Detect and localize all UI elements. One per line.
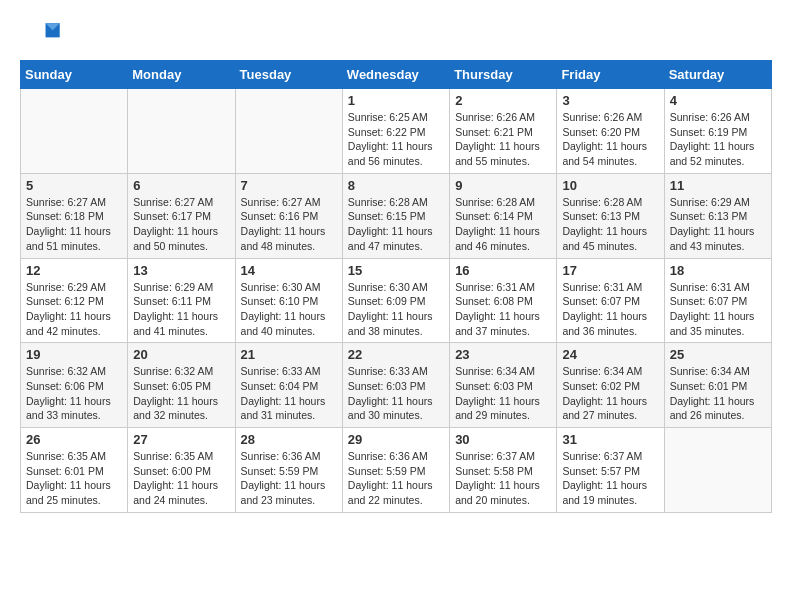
- weekday-header: Thursday: [450, 61, 557, 89]
- day-number: 27: [133, 432, 229, 447]
- day-number: 15: [348, 263, 444, 278]
- calendar-cell: 10Sunrise: 6:28 AM Sunset: 6:13 PM Dayli…: [557, 173, 664, 258]
- day-number: 30: [455, 432, 551, 447]
- day-info: Sunrise: 6:29 AM Sunset: 6:13 PM Dayligh…: [670, 195, 766, 254]
- calendar-week-row: 5Sunrise: 6:27 AM Sunset: 6:18 PM Daylig…: [21, 173, 772, 258]
- day-number: 20: [133, 347, 229, 362]
- day-info: Sunrise: 6:27 AM Sunset: 6:16 PM Dayligh…: [241, 195, 337, 254]
- day-number: 1: [348, 93, 444, 108]
- calendar-cell: 26Sunrise: 6:35 AM Sunset: 6:01 PM Dayli…: [21, 428, 128, 513]
- day-number: 2: [455, 93, 551, 108]
- calendar-cell: 24Sunrise: 6:34 AM Sunset: 6:02 PM Dayli…: [557, 343, 664, 428]
- day-info: Sunrise: 6:28 AM Sunset: 6:14 PM Dayligh…: [455, 195, 551, 254]
- day-number: 17: [562, 263, 658, 278]
- day-number: 25: [670, 347, 766, 362]
- day-number: 22: [348, 347, 444, 362]
- day-number: 3: [562, 93, 658, 108]
- calendar-cell: 17Sunrise: 6:31 AM Sunset: 6:07 PM Dayli…: [557, 258, 664, 343]
- day-info: Sunrise: 6:36 AM Sunset: 5:59 PM Dayligh…: [241, 449, 337, 508]
- calendar-cell: [235, 89, 342, 174]
- calendar-week-row: 12Sunrise: 6:29 AM Sunset: 6:12 PM Dayli…: [21, 258, 772, 343]
- day-info: Sunrise: 6:27 AM Sunset: 6:18 PM Dayligh…: [26, 195, 122, 254]
- calendar-cell: 12Sunrise: 6:29 AM Sunset: 6:12 PM Dayli…: [21, 258, 128, 343]
- calendar-cell: 2Sunrise: 6:26 AM Sunset: 6:21 PM Daylig…: [450, 89, 557, 174]
- day-number: 8: [348, 178, 444, 193]
- day-info: Sunrise: 6:25 AM Sunset: 6:22 PM Dayligh…: [348, 110, 444, 169]
- logo: [20, 20, 64, 50]
- logo-icon: [20, 20, 60, 50]
- calendar-cell: 4Sunrise: 6:26 AM Sunset: 6:19 PM Daylig…: [664, 89, 771, 174]
- day-info: Sunrise: 6:26 AM Sunset: 6:21 PM Dayligh…: [455, 110, 551, 169]
- day-info: Sunrise: 6:36 AM Sunset: 5:59 PM Dayligh…: [348, 449, 444, 508]
- calendar-cell: 29Sunrise: 6:36 AM Sunset: 5:59 PM Dayli…: [342, 428, 449, 513]
- calendar-cell: 3Sunrise: 6:26 AM Sunset: 6:20 PM Daylig…: [557, 89, 664, 174]
- day-info: Sunrise: 6:31 AM Sunset: 6:07 PM Dayligh…: [670, 280, 766, 339]
- day-number: 14: [241, 263, 337, 278]
- calendar-cell: 6Sunrise: 6:27 AM Sunset: 6:17 PM Daylig…: [128, 173, 235, 258]
- day-info: Sunrise: 6:29 AM Sunset: 6:12 PM Dayligh…: [26, 280, 122, 339]
- day-number: 16: [455, 263, 551, 278]
- page-header: [20, 20, 772, 50]
- day-info: Sunrise: 6:37 AM Sunset: 5:58 PM Dayligh…: [455, 449, 551, 508]
- day-number: 11: [670, 178, 766, 193]
- calendar-cell: 1Sunrise: 6:25 AM Sunset: 6:22 PM Daylig…: [342, 89, 449, 174]
- day-info: Sunrise: 6:34 AM Sunset: 6:01 PM Dayligh…: [670, 364, 766, 423]
- calendar-cell: 16Sunrise: 6:31 AM Sunset: 6:08 PM Dayli…: [450, 258, 557, 343]
- day-info: Sunrise: 6:29 AM Sunset: 6:11 PM Dayligh…: [133, 280, 229, 339]
- calendar-cell: 23Sunrise: 6:34 AM Sunset: 6:03 PM Dayli…: [450, 343, 557, 428]
- weekday-header: Sunday: [21, 61, 128, 89]
- day-info: Sunrise: 6:28 AM Sunset: 6:15 PM Dayligh…: [348, 195, 444, 254]
- calendar-cell: 14Sunrise: 6:30 AM Sunset: 6:10 PM Dayli…: [235, 258, 342, 343]
- weekday-header: Saturday: [664, 61, 771, 89]
- calendar-cell: 30Sunrise: 6:37 AM Sunset: 5:58 PM Dayli…: [450, 428, 557, 513]
- day-number: 24: [562, 347, 658, 362]
- calendar-cell: 25Sunrise: 6:34 AM Sunset: 6:01 PM Dayli…: [664, 343, 771, 428]
- day-number: 19: [26, 347, 122, 362]
- calendar-cell: [21, 89, 128, 174]
- day-info: Sunrise: 6:37 AM Sunset: 5:57 PM Dayligh…: [562, 449, 658, 508]
- calendar-cell: 27Sunrise: 6:35 AM Sunset: 6:00 PM Dayli…: [128, 428, 235, 513]
- day-info: Sunrise: 6:32 AM Sunset: 6:06 PM Dayligh…: [26, 364, 122, 423]
- day-number: 13: [133, 263, 229, 278]
- weekday-header: Tuesday: [235, 61, 342, 89]
- day-number: 9: [455, 178, 551, 193]
- calendar-cell: 8Sunrise: 6:28 AM Sunset: 6:15 PM Daylig…: [342, 173, 449, 258]
- calendar-cell: 21Sunrise: 6:33 AM Sunset: 6:04 PM Dayli…: [235, 343, 342, 428]
- calendar-cell: 31Sunrise: 6:37 AM Sunset: 5:57 PM Dayli…: [557, 428, 664, 513]
- day-number: 31: [562, 432, 658, 447]
- calendar-cell: 15Sunrise: 6:30 AM Sunset: 6:09 PM Dayli…: [342, 258, 449, 343]
- calendar-cell: 28Sunrise: 6:36 AM Sunset: 5:59 PM Dayli…: [235, 428, 342, 513]
- calendar-cell: 20Sunrise: 6:32 AM Sunset: 6:05 PM Dayli…: [128, 343, 235, 428]
- calendar-cell: 7Sunrise: 6:27 AM Sunset: 6:16 PM Daylig…: [235, 173, 342, 258]
- day-number: 7: [241, 178, 337, 193]
- day-number: 4: [670, 93, 766, 108]
- day-info: Sunrise: 6:31 AM Sunset: 6:08 PM Dayligh…: [455, 280, 551, 339]
- calendar-cell: 9Sunrise: 6:28 AM Sunset: 6:14 PM Daylig…: [450, 173, 557, 258]
- day-info: Sunrise: 6:26 AM Sunset: 6:19 PM Dayligh…: [670, 110, 766, 169]
- day-number: 23: [455, 347, 551, 362]
- calendar-cell: 19Sunrise: 6:32 AM Sunset: 6:06 PM Dayli…: [21, 343, 128, 428]
- day-info: Sunrise: 6:32 AM Sunset: 6:05 PM Dayligh…: [133, 364, 229, 423]
- calendar-cell: 18Sunrise: 6:31 AM Sunset: 6:07 PM Dayli…: [664, 258, 771, 343]
- weekday-header: Wednesday: [342, 61, 449, 89]
- weekday-header: Monday: [128, 61, 235, 89]
- calendar-cell: 5Sunrise: 6:27 AM Sunset: 6:18 PM Daylig…: [21, 173, 128, 258]
- day-info: Sunrise: 6:30 AM Sunset: 6:10 PM Dayligh…: [241, 280, 337, 339]
- day-info: Sunrise: 6:30 AM Sunset: 6:09 PM Dayligh…: [348, 280, 444, 339]
- day-info: Sunrise: 6:26 AM Sunset: 6:20 PM Dayligh…: [562, 110, 658, 169]
- calendar-cell: 11Sunrise: 6:29 AM Sunset: 6:13 PM Dayli…: [664, 173, 771, 258]
- calendar-cell: 13Sunrise: 6:29 AM Sunset: 6:11 PM Dayli…: [128, 258, 235, 343]
- day-number: 28: [241, 432, 337, 447]
- day-number: 21: [241, 347, 337, 362]
- calendar-week-row: 1Sunrise: 6:25 AM Sunset: 6:22 PM Daylig…: [21, 89, 772, 174]
- day-info: Sunrise: 6:34 AM Sunset: 6:02 PM Dayligh…: [562, 364, 658, 423]
- calendar-week-row: 26Sunrise: 6:35 AM Sunset: 6:01 PM Dayli…: [21, 428, 772, 513]
- calendar-table: SundayMondayTuesdayWednesdayThursdayFrid…: [20, 60, 772, 513]
- calendar-cell: [664, 428, 771, 513]
- day-info: Sunrise: 6:35 AM Sunset: 6:01 PM Dayligh…: [26, 449, 122, 508]
- day-info: Sunrise: 6:33 AM Sunset: 6:03 PM Dayligh…: [348, 364, 444, 423]
- day-number: 18: [670, 263, 766, 278]
- weekday-header-row: SundayMondayTuesdayWednesdayThursdayFrid…: [21, 61, 772, 89]
- day-number: 12: [26, 263, 122, 278]
- day-number: 10: [562, 178, 658, 193]
